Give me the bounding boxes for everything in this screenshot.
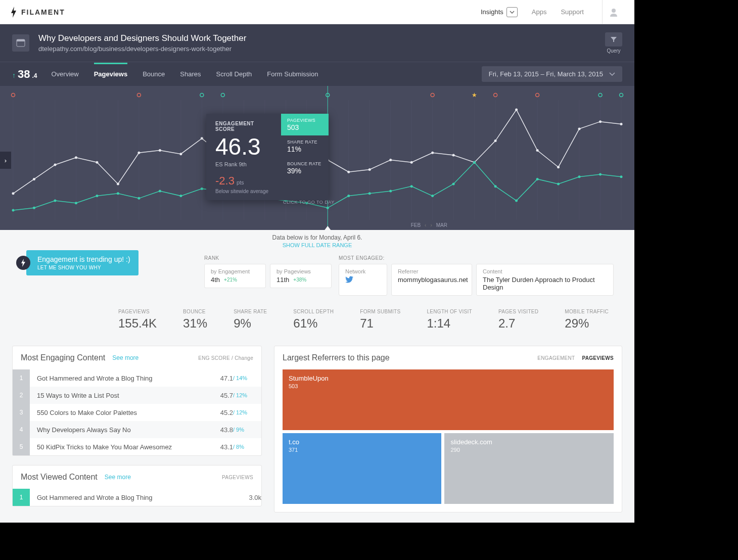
table-row[interactable]: 4Why Developers Always Say No43.8/ 9%	[13, 421, 261, 438]
svg-point-53	[389, 159, 392, 161]
svg-point-96	[137, 94, 141, 97]
page-header: Why Developers and Designers Should Work…	[0, 24, 634, 62]
svg-point-63	[599, 120, 602, 123]
svg-point-0	[612, 9, 616, 13]
svg-point-74	[201, 188, 203, 190]
svg-point-41	[137, 152, 140, 154]
svg-point-71	[137, 197, 140, 200]
query-button[interactable]: Query	[605, 32, 622, 54]
svg-point-36	[33, 178, 35, 180]
treemap-cell[interactable]: StumbleUpon 503	[283, 369, 614, 430]
arrow-up-icon: ↑	[12, 71, 16, 79]
chevron-left-icon[interactable]: ‹	[425, 222, 426, 228]
svg-point-64	[620, 123, 623, 125]
svg-point-82	[368, 192, 371, 195]
svg-rect-2	[17, 39, 25, 41]
tab-shares[interactable]: Shares	[180, 63, 201, 85]
chart-month-nav: FEB ‹ › MAR	[411, 222, 447, 228]
expand-chart-button[interactable]: ›	[0, 152, 11, 169]
table-row[interactable]: 550 KidPix Tricks to Make You Moar Aweso…	[13, 438, 261, 455]
svg-point-86	[452, 182, 455, 185]
svg-point-105	[620, 94, 623, 97]
logo[interactable]: FILAMENT	[10, 7, 65, 18]
nav-support[interactable]: Support	[561, 8, 584, 16]
svg-point-35	[12, 192, 15, 195]
referrers-tab-engagement[interactable]: ENGAGEMENT	[537, 355, 575, 361]
treemap-cell[interactable]: t.co 371	[283, 433, 441, 504]
tab-form[interactable]: Form Submission	[267, 63, 318, 85]
svg-point-95	[12, 94, 15, 97]
viewed-content-panel: Most Viewed Content See more PAGEVIEWS 1…	[12, 465, 262, 506]
svg-point-100	[431, 94, 434, 97]
tab-bounce[interactable]: Bounce	[143, 63, 165, 85]
treemap-cell[interactable]: slidedeck.com 290	[444, 433, 614, 504]
svg-point-44	[201, 137, 203, 139]
see-more-link[interactable]: See more	[112, 354, 139, 361]
table-row[interactable]: 1Got Hammered and Wrote a Blog Thing47.1…	[13, 369, 261, 387]
svg-point-61	[557, 166, 560, 168]
svg-point-52	[368, 168, 371, 171]
svg-point-43	[179, 153, 182, 155]
svg-point-39	[96, 161, 98, 164]
svg-point-85	[431, 195, 434, 197]
referrers-tab-pageviews[interactable]: PAGEVIEWS	[582, 355, 614, 361]
svg-point-83	[389, 190, 392, 193]
svg-point-69	[96, 195, 98, 197]
trend-popup[interactable]: Engagement is trending up! :) LET ME SHO…	[16, 250, 139, 275]
chevron-right-icon[interactable]: ›	[430, 222, 432, 228]
svg-point-104	[598, 94, 602, 97]
engagement-chart[interactable]: ★ › ENGAGEMENT SCORE 46.3 ES Rank 9th -2…	[0, 86, 634, 230]
score-badge: ↑ 38 .4	[12, 68, 37, 81]
svg-point-60	[536, 149, 539, 152]
svg-point-103	[536, 94, 539, 97]
svg-point-80	[327, 207, 329, 209]
svg-point-51	[347, 171, 350, 173]
svg-point-62	[578, 127, 581, 130]
svg-point-42	[159, 149, 161, 152]
referrers-panel: Largest Referrers to this page ENGAGEMEN…	[274, 346, 622, 512]
rank-pageviews-card: by Pageviews 11th+38%	[270, 264, 332, 288]
metrics-row: PAGEVIEWS155.4K BOUNCE31% SHARE RATE9% S…	[118, 309, 622, 331]
engaged-content-card: Content The Tyler Durden Approach to Pro…	[476, 264, 614, 296]
svg-point-84	[410, 185, 413, 188]
twitter-icon	[345, 276, 353, 283]
svg-point-98	[221, 94, 224, 97]
see-more-link[interactable]: See more	[105, 474, 131, 481]
brand-text: FILAMENT	[21, 8, 65, 16]
tab-bar: ↑ 38 .4 Overview Pageviews Bounce Shares…	[0, 62, 634, 86]
page-icon	[12, 34, 29, 52]
chevron-down-icon	[609, 72, 615, 76]
svg-point-88	[494, 185, 497, 188]
svg-point-89	[515, 200, 518, 202]
tab-scroll[interactable]: Scroll Depth	[216, 63, 252, 85]
svg-point-91	[557, 182, 560, 185]
svg-text:★: ★	[472, 91, 477, 99]
nav-apps[interactable]: Apps	[532, 8, 547, 16]
table-row[interactable]: 1Got Hammered and Wrote a Blog Thing3.0k	[13, 489, 261, 506]
nav-insights[interactable]: Insights	[481, 7, 518, 17]
svg-point-72	[159, 190, 161, 193]
svg-point-102	[494, 94, 497, 97]
svg-point-59	[515, 108, 518, 111]
chevron-down-icon[interactable]	[506, 7, 518, 17]
tab-overview[interactable]: Overview	[52, 63, 79, 85]
svg-point-73	[179, 195, 182, 197]
user-menu[interactable]	[602, 0, 624, 24]
svg-point-87	[473, 161, 476, 164]
svg-point-70	[117, 192, 119, 195]
svg-point-92	[578, 175, 581, 178]
table-row[interactable]: 3550 Colors to Make Color Palettes45.2/ …	[13, 404, 261, 421]
top-nav: Insights Apps Support	[481, 0, 624, 24]
date-range-picker[interactable]: Fri, Feb 13, 2015 – Fri, March 13, 2015	[482, 66, 622, 82]
user-icon	[609, 8, 618, 17]
svg-point-66	[33, 207, 35, 209]
show-full-range-link[interactable]: SHOW FULL DATE RANGE	[0, 242, 634, 248]
table-row[interactable]: 215 Ways to Write a List Post45.7/ 12%	[13, 387, 261, 404]
tab-pageviews[interactable]: Pageviews	[94, 63, 128, 85]
svg-point-68	[75, 202, 77, 204]
referrers-treemap[interactable]: StumbleUpon 503 t.co 371 slidedeck.com 2…	[274, 369, 622, 512]
engaging-content-panel: Most Engaging Content See more ENG SCORE…	[12, 346, 262, 456]
svg-point-55	[431, 152, 434, 154]
svg-point-94	[620, 175, 623, 178]
data-context-bar: Data below is for Monday, April 6. SHOW …	[0, 230, 634, 250]
